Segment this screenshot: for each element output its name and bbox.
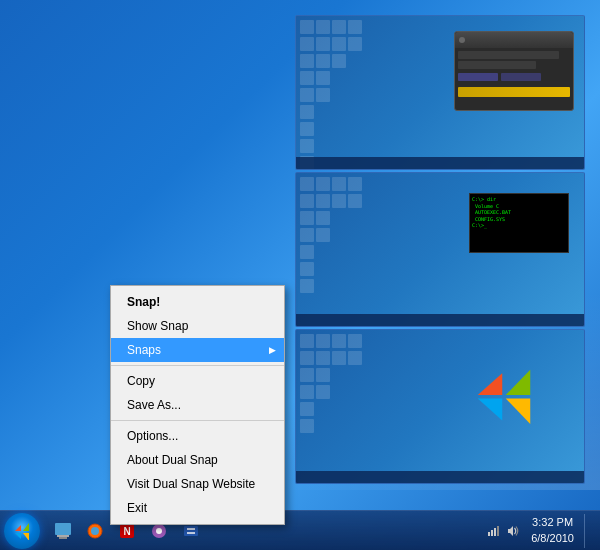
- svg-text:N: N: [123, 526, 130, 537]
- svg-rect-12: [488, 532, 490, 536]
- start-button[interactable]: [4, 513, 40, 549]
- svg-marker-16: [508, 526, 513, 536]
- menu-item-snaps[interactable]: Snaps: [111, 338, 284, 362]
- context-menu: Snap! Show Snap Snaps Copy Save As... Op…: [110, 285, 285, 525]
- menu-item-options[interactable]: Options...: [111, 424, 284, 448]
- snap-panels: C:\> dir Volume C AUTOEXEC.BAT CONFIG.SY…: [295, 15, 585, 484]
- panel1-taskbar: [296, 157, 584, 169]
- menu-item-visit[interactable]: Visit Dual Snap Website: [111, 472, 284, 496]
- desktop: C:\> dir Volume C AUTOEXEC.BAT CONFIG.SY…: [0, 0, 600, 550]
- tray-volume-icon[interactable]: [505, 523, 521, 539]
- svg-point-4: [91, 527, 99, 535]
- svg-rect-9: [184, 526, 198, 536]
- panel3-taskbar: [296, 471, 584, 483]
- panel3-mini-icons: [300, 334, 362, 433]
- panel2-mini-icons: [300, 177, 362, 293]
- svg-rect-15: [497, 526, 499, 536]
- clock-time: 3:32 PM: [531, 515, 574, 530]
- panel1-mini-icons: [300, 20, 362, 170]
- svg-rect-13: [491, 530, 493, 536]
- taskbar-icon-1[interactable]: [48, 513, 78, 549]
- menu-item-exit[interactable]: Exit: [111, 496, 284, 520]
- menu-separator-1: [111, 365, 284, 366]
- show-desktop-button[interactable]: [584, 514, 592, 548]
- snap-panel-2: C:\> dir Volume C AUTOEXEC.BAT CONFIG.SY…: [295, 172, 585, 327]
- svg-point-8: [156, 528, 162, 534]
- svg-rect-2: [59, 537, 67, 539]
- panel2-taskbar: [296, 314, 584, 326]
- snap-panel-3: [295, 329, 585, 484]
- svg-rect-1: [57, 535, 69, 537]
- clock-date: 6/8/2010: [531, 531, 574, 546]
- snap-panel-1: [295, 15, 585, 170]
- menu-item-snap[interactable]: Snap!: [111, 290, 284, 314]
- taskbar-icon-2[interactable]: [80, 513, 110, 549]
- menu-item-about[interactable]: About Dual Snap: [111, 448, 284, 472]
- taskbar-right: 3:32 PM 6/8/2010: [486, 513, 600, 548]
- panel2-terminal: C:\> dir Volume C AUTOEXEC.BAT CONFIG.SY…: [469, 193, 569, 253]
- menu-separator-2: [111, 420, 284, 421]
- panel1-dialog: [454, 31, 574, 111]
- clock[interactable]: 3:32 PM 6/8/2010: [525, 513, 580, 548]
- menu-item-save-as[interactable]: Save As...: [111, 393, 284, 417]
- taskbar: N: [0, 510, 600, 550]
- svg-rect-0: [55, 523, 71, 535]
- tray-signal-icon[interactable]: [486, 523, 502, 539]
- system-tray: [486, 523, 521, 539]
- windows-logo: [464, 355, 544, 435]
- svg-rect-14: [494, 528, 496, 536]
- menu-item-show-snap[interactable]: Show Snap: [111, 314, 284, 338]
- menu-item-copy[interactable]: Copy: [111, 369, 284, 393]
